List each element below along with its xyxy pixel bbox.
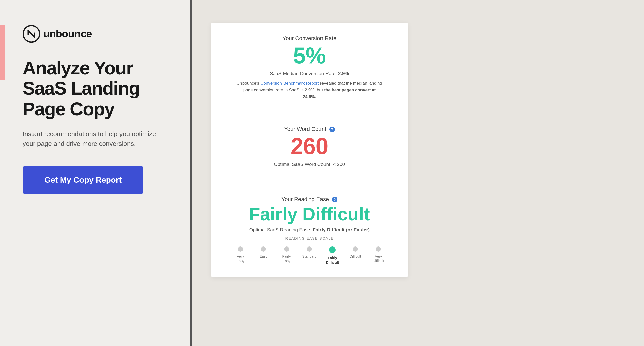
scale-item-label: Fairly Easy: [282, 254, 291, 263]
logo-area: unbounce: [23, 25, 169, 43]
reading-ease-help-icon[interactable]: ?: [332, 197, 337, 202]
right-panel: Your Conversion Rate 5% SaaS Median Conv…: [191, 0, 644, 346]
word-count-help-icon[interactable]: ?: [329, 127, 335, 132]
scale-item-label: Very Difficult: [373, 254, 384, 263]
word-count-section: Your Word Count ? 260 Optimal SaaS Word …: [211, 113, 408, 183]
left-panel: unbounce Analyze Your SaaS Landing Page …: [0, 0, 191, 346]
scale-item-label: Easy: [260, 254, 267, 259]
conversion-rate-value: 5%: [226, 44, 392, 67]
scale-label: READING EASE SCALE: [226, 236, 392, 240]
scale-item: Easy: [252, 246, 275, 259]
scale-dot: [353, 246, 358, 252]
unbounce-logo-icon: [23, 25, 40, 43]
scale-item: Fairly Difficult: [321, 246, 344, 265]
scale-item: Standard: [298, 246, 321, 259]
reading-ease-note: Optimal SaaS Reading Ease: Fairly Diffic…: [226, 227, 392, 233]
scale-dot: [376, 246, 381, 252]
scale-dot: [307, 246, 312, 252]
reading-ease-section: Your Reading Ease ? Fairly Difficult Opt…: [211, 183, 408, 277]
svg-line-1: [28, 31, 35, 37]
reading-ease-note-value: Fairly Difficult (or Easier): [313, 227, 370, 232]
scale-item: Difficult: [344, 246, 367, 259]
word-count-label-text: Your Word Count: [284, 126, 326, 132]
main-subheadline: Instant recommendations to help you opti…: [23, 129, 169, 149]
word-count-value: 260: [226, 135, 392, 158]
conversion-desc: Unbounce's Conversion Benchmark Report r…: [236, 80, 382, 101]
median-label: SaaS Median Conversion Rate:: [270, 71, 337, 76]
reading-ease-scale: Very EasyEasyFairly EasyStandardFairly D…: [226, 246, 392, 265]
scale-item-label: Very Easy: [236, 254, 244, 263]
main-headline: Analyze Your SaaS Landing Page Copy: [23, 58, 169, 119]
reading-ease-note-label: Optimal SaaS Reading Ease:: [249, 227, 311, 232]
scale-dot: [261, 246, 266, 252]
reading-ease-label: Your Reading Ease ?: [226, 196, 392, 203]
panel-separator: [190, 0, 192, 346]
scale-dot: [284, 246, 289, 252]
decorative-left-bar: [0, 25, 5, 80]
scale-item: Very Easy: [229, 246, 252, 263]
scale-item-label: Fairly Difficult: [326, 256, 339, 265]
scale-item-label: Standard: [302, 254, 317, 259]
word-count-note: Optimal SaaS Word Count: < 200: [226, 162, 392, 167]
scale-item: Very Difficult: [367, 246, 390, 263]
scale-item: Fairly Easy: [275, 246, 298, 263]
conversion-median-note: SaaS Median Conversion Rate: 2.9%: [226, 71, 392, 76]
scale-dot: [238, 246, 243, 252]
scale-item-label: Difficult: [350, 254, 361, 259]
conversion-rate-section: Your Conversion Rate 5% SaaS Median Conv…: [211, 23, 408, 113]
word-count-label: Your Word Count ?: [226, 126, 392, 132]
reading-ease-label-text: Your Reading Ease: [281, 196, 329, 202]
reading-ease-value: Fairly Difficult: [226, 205, 392, 223]
median-value: 2.9%: [338, 71, 349, 76]
conversion-rate-label: Your Conversion Rate: [226, 35, 392, 42]
results-card: Your Conversion Rate 5% SaaS Median Conv…: [211, 23, 408, 277]
desc-before: Unbounce's: [237, 81, 260, 86]
scale-dot: [329, 246, 336, 253]
benchmark-report-link[interactable]: Conversion Benchmark Report: [260, 81, 319, 86]
cta-button[interactable]: Get My Copy Report: [23, 166, 143, 194]
logo-text: unbounce: [43, 28, 92, 40]
